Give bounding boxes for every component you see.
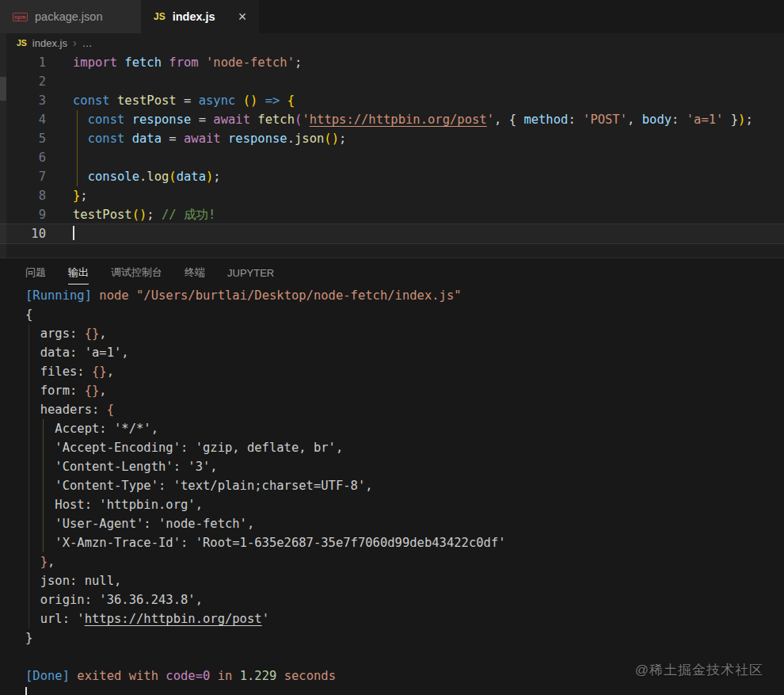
token: 'a=1' <box>687 113 724 127</box>
tab-index-js[interactable]: JS index.js × <box>141 0 259 33</box>
line-number: 3 <box>0 91 46 110</box>
token: 'Accept-Encoding': 'gzip, deflate, br', <box>25 441 343 455</box>
code-line: 5 const data = await response.json(); <box>0 129 784 148</box>
token: { <box>25 307 32 322</box>
token: = <box>191 113 213 127</box>
text-cursor <box>73 226 74 240</box>
token: ' <box>262 612 269 626</box>
output-line: data: 'a=1', <box>0 343 784 362</box>
token: 'node-fetch' <box>206 55 295 70</box>
token <box>235 94 242 108</box>
token <box>110 94 117 108</box>
token <box>257 94 265 108</box>
panel-tab-终端[interactable]: 终端 <box>185 260 205 284</box>
output-line: 'X-Amzn-Trace-Id': 'Root=1-635e2687-35e7… <box>0 533 784 552</box>
tab-package-json[interactable]: npm package.json <box>0 0 141 33</box>
breadcrumb-symbol[interactable]: … <box>82 37 93 49</box>
token: => <box>265 94 280 108</box>
panel-tab-调试控制台[interactable]: 调试控制台 <box>111 260 162 284</box>
line-number: 8 <box>0 186 46 205</box>
output-console[interactable]: [Running] node "/Users/burtlai/Desktop/n… <box>0 286 784 695</box>
text-cursor <box>25 687 27 695</box>
javascript-icon: JS <box>154 11 166 22</box>
token: ( <box>169 170 176 184</box>
token: 'POST' <box>583 113 627 127</box>
token: } <box>73 189 80 203</box>
chevron-right-icon: › <box>73 36 77 49</box>
token: code=0 <box>166 669 210 683</box>
token: Accept: '*/*', <box>25 422 158 436</box>
link[interactable]: https://httpbin.org/post <box>85 612 262 626</box>
npm-icon: npm <box>13 13 28 21</box>
token: body <box>642 113 672 127</box>
breadcrumb[interactable]: JS index.js › … <box>0 33 784 52</box>
token: ; <box>80 189 87 203</box>
token: files: <box>25 365 92 379</box>
line-number: 6 <box>0 148 46 167</box>
output-line: 'User-Agent': 'node-fetch', <box>0 514 784 533</box>
token <box>73 113 88 127</box>
token: . <box>139 170 147 184</box>
token: ) <box>738 113 745 127</box>
token: , <box>99 384 106 398</box>
tab-label: package.json <box>35 10 102 23</box>
watermark: @稀土掘金技术社区 <box>635 661 763 679</box>
token: data <box>177 170 206 184</box>
bottom-panel: 问题输出调试控制台终端JUPYTER [Running] node "/User… <box>0 258 784 695</box>
breadcrumb-file[interactable]: index.js <box>32 37 67 49</box>
token: ; <box>295 55 302 70</box>
token <box>280 94 287 108</box>
token: ' <box>302 113 309 127</box>
token: headers: <box>25 403 107 417</box>
token: {} <box>92 365 107 379</box>
token: {} <box>85 384 100 398</box>
token: () <box>243 94 258 108</box>
token <box>250 113 257 127</box>
code-line: 6 <box>0 148 784 167</box>
token: ; <box>339 132 346 146</box>
token <box>154 208 162 222</box>
token: import <box>73 55 117 70</box>
token: { <box>107 403 114 417</box>
panel-tab-bar: 问题输出调试控制台终端JUPYTER <box>0 258 784 286</box>
token: method <box>523 113 568 127</box>
token: const <box>88 113 125 127</box>
token: ; <box>745 113 752 127</box>
token: json: null, <box>25 574 121 588</box>
token: , <box>494 113 509 127</box>
output-line: { <box>0 305 784 324</box>
output-line: json: null, <box>0 571 784 590</box>
token <box>73 170 88 184</box>
output-line: Host: 'httpbin.org', <box>0 495 784 514</box>
output-line: 'Content-Length': '3', <box>0 457 784 476</box>
output-line: 'Accept-Encoding': 'gzip, deflate, br', <box>0 438 784 457</box>
token: , <box>99 326 106 341</box>
token: await <box>213 113 250 127</box>
panel-tab-JUPYTER[interactable]: JUPYTER <box>227 262 274 284</box>
close-icon[interactable]: × <box>238 10 247 24</box>
output-line: args: {}, <box>0 324 784 343</box>
line-number: 5 <box>0 129 46 148</box>
token: seconds <box>276 669 336 683</box>
link[interactable]: https://httpbin.org/post <box>310 113 487 127</box>
token: [Running] <box>25 288 92 303</box>
token: node "/Users/burtlai/Desktop/node-fetch/… <box>92 288 462 303</box>
panel-tab-问题[interactable]: 问题 <box>25 260 46 284</box>
token <box>124 132 131 146</box>
token: ; <box>213 170 220 184</box>
output-line: files: {}, <box>0 362 784 381</box>
token: async <box>199 94 236 108</box>
token <box>162 55 169 70</box>
code-line: 10 <box>0 224 784 243</box>
token <box>199 55 206 70</box>
token: 'Content-Type': 'text/plain;charset=UTF-… <box>25 479 373 493</box>
panel-tab-输出[interactable]: 输出 <box>68 260 89 284</box>
code-editor[interactable]: JS index.js › … 1import fetch from 'node… <box>0 33 784 258</box>
line-number: 1 <box>0 53 46 72</box>
token: url: ' <box>25 612 85 626</box>
token: log <box>147 170 169 184</box>
token: , <box>107 365 114 379</box>
token: from <box>169 55 198 70</box>
editor-tab-bar: npm package.json JS index.js × <box>0 0 784 33</box>
line-number: 7 <box>0 167 46 186</box>
